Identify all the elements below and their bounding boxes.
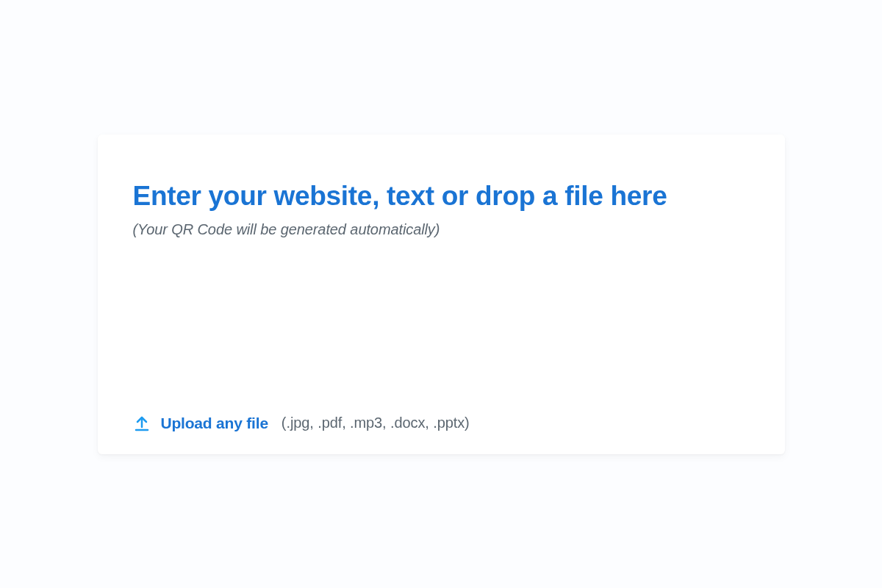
dropzone-placeholder-sub: (Your QR Code will be generated automati… bbox=[133, 221, 750, 238]
text-dropzone-input[interactable]: Enter your website, text or drop a file … bbox=[133, 170, 750, 406]
upload-file-button[interactable]: Upload any file (.jpg, .pdf, .mp3, .docx… bbox=[133, 406, 750, 432]
input-card: Enter your website, text or drop a file … bbox=[98, 135, 785, 454]
upload-file-hint: (.jpg, .pdf, .mp3, .docx, .pptx) bbox=[282, 415, 470, 431]
upload-file-label: Upload any file bbox=[161, 415, 268, 432]
upload-icon bbox=[133, 415, 151, 432]
dropzone-placeholder-main: Enter your website, text or drop a file … bbox=[133, 180, 750, 212]
